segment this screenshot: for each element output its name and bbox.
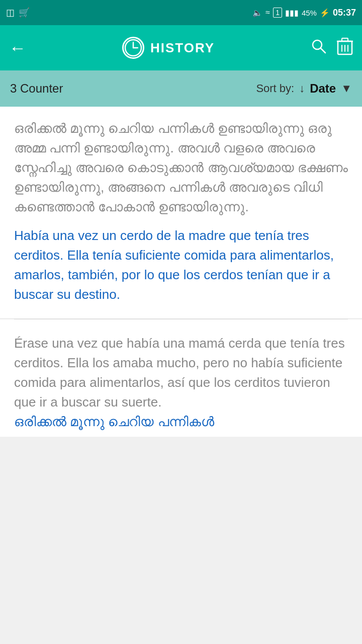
entry-1-gray-text: ഒരിക്കൽ മൂന്നു ചെറിയ പന്നികൾ ഉണ്ടായിരുന്… [14, 119, 348, 217]
sort-dropdown-icon[interactable]: ▼ [341, 82, 352, 95]
back-button[interactable]: ← [9, 38, 26, 58]
entry-2-gray-text: Érase una vez que había una mamá cerda q… [14, 334, 348, 412]
status-bar-right: 🔈 ≈ 1 ▮▮▮ 45% ⚡ 05:37 [252, 8, 356, 18]
sort-value-label: Date [310, 82, 336, 96]
suitcase-icon: 🛒 [19, 7, 30, 18]
signal-icon: ▮▮▮ [285, 8, 299, 18]
sort-direction-icon: ↓ [299, 82, 305, 95]
battery-icon: ⚡ [320, 8, 330, 18]
history-clock-icon [122, 37, 144, 59]
delete-button[interactable] [337, 37, 353, 59]
app-bar-center: HISTORY [122, 37, 215, 59]
svg-rect-7 [342, 38, 348, 41]
battery-percent: 45% [302, 9, 317, 17]
counter-label: 3 Counter [10, 82, 63, 96]
status-bar-left: ◫ 🛒 [6, 7, 30, 18]
entry-2-blue-partial: ഒരിക്കൽ മൂന്നു ചെറിയ പന്നികൾ [14, 412, 348, 432]
history-entry-2: Érase una vez que había una mamá cerda q… [0, 319, 362, 437]
status-bar: ◫ 🛒 🔈 ≈ 1 ▮▮▮ 45% ⚡ 05:37 [0, 0, 362, 25]
history-content: ഒരിക്കൽ മൂന്നു ചെറിയ പന്നികൾ ഉണ്ടായിരുന്… [0, 107, 362, 437]
entry-1-blue-text: Había una vez un cerdo de la madre que t… [14, 226, 348, 304]
wifi-icon: ≈ [265, 8, 270, 17]
sort-by-label: Sort by: [256, 82, 294, 95]
svg-line-4 [321, 48, 325, 53]
sim-icon: 1 [273, 8, 282, 18]
trash-icon [337, 37, 353, 55]
sort-controls[interactable]: Sort by: ↓ Date ▼ [256, 82, 352, 96]
history-entry-1: ഒരിക്കൽ മൂന്നു ചെറിയ പന്നികൾ ഉണ്ടായിരുന്… [0, 107, 362, 319]
svg-point-0 [125, 40, 141, 56]
search-button[interactable] [311, 38, 327, 58]
filter-bar: 3 Counter Sort by: ↓ Date ▼ [0, 70, 362, 107]
app-bar-title: HISTORY [150, 40, 215, 56]
time-display: 05:37 [333, 8, 356, 18]
mute-icon: 🔈 [252, 8, 262, 18]
gallery-icon: ◫ [6, 7, 15, 18]
search-icon [311, 38, 327, 54]
clock-svg [124, 39, 142, 57]
app-bar: ← HISTORY [0, 25, 362, 70]
